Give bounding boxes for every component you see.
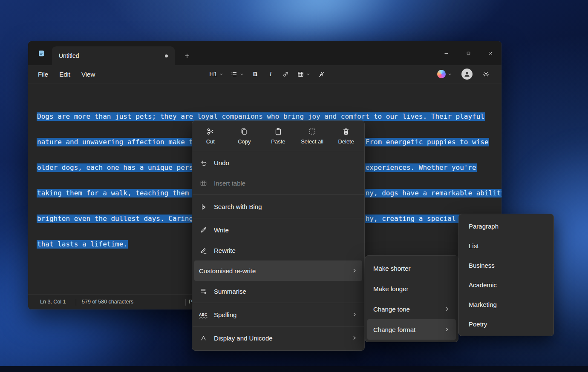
clear-formatting-button[interactable] bbox=[315, 67, 329, 81]
insert-table-button[interactable] bbox=[294, 67, 313, 81]
submenu-item-make-shorter[interactable]: Make shorter bbox=[367, 258, 456, 278]
paste-icon bbox=[274, 127, 282, 136]
unsaved-indicator-dot bbox=[165, 54, 168, 57]
chevron-down-icon bbox=[306, 72, 311, 77]
person-icon bbox=[463, 70, 471, 78]
menu-item-label: Search with Bing bbox=[214, 203, 262, 210]
format-option-poetry[interactable]: Poetry bbox=[461, 314, 551, 334]
select-all-button[interactable]: Select all bbox=[295, 124, 329, 148]
delete-button[interactable]: Delete bbox=[329, 124, 363, 148]
change-format-submenu: Paragraph List Business Academic Marketi… bbox=[458, 214, 554, 336]
menu-item-rewrite[interactable]: Rewrite bbox=[194, 240, 362, 260]
menu-item-write[interactable]: Write bbox=[194, 220, 362, 240]
select-all-icon bbox=[308, 127, 317, 136]
insert-link-button[interactable] bbox=[279, 67, 293, 81]
close-button[interactable] bbox=[479, 41, 502, 65]
menu-toolbar: File Edit View H1 B I bbox=[28, 65, 502, 83]
toolbar-right-group bbox=[435, 67, 493, 81]
pencil-icon bbox=[199, 226, 208, 234]
account-avatar[interactable] bbox=[461, 69, 473, 80]
bullet-list-icon bbox=[231, 71, 238, 78]
italic-button[interactable]: I bbox=[264, 67, 277, 81]
chevron-down-icon bbox=[219, 72, 224, 77]
format-option-business[interactable]: Business bbox=[461, 255, 551, 275]
submenu-item-change-tone[interactable]: Change tone bbox=[367, 299, 456, 319]
cut-button[interactable]: Cut bbox=[193, 124, 228, 148]
menu-item-label: Spelling bbox=[214, 311, 236, 318]
menu-item-search-with-bing[interactable]: Search with Bing bbox=[194, 196, 362, 217]
bold-button[interactable]: B bbox=[248, 67, 262, 81]
spellcheck-icon: ABC bbox=[199, 310, 208, 319]
summarise-icon bbox=[199, 287, 208, 295]
menu-item-label: Write bbox=[214, 226, 229, 234]
chevron-down-icon bbox=[447, 72, 452, 77]
menu-item-display-and-unicode[interactable]: Display and Unicode bbox=[194, 328, 362, 348]
bold-label: B bbox=[253, 71, 257, 77]
heading-style-button[interactable]: H1 bbox=[207, 67, 226, 81]
chevron-right-icon bbox=[352, 335, 357, 341]
submenu-item-change-format[interactable]: Change format bbox=[367, 319, 456, 340]
table-icon bbox=[297, 71, 304, 78]
plus-icon bbox=[184, 52, 190, 59]
menu-item-label: Business bbox=[469, 262, 495, 269]
format-option-academic[interactable]: Academic bbox=[461, 275, 551, 295]
chevron-down-icon bbox=[239, 72, 244, 77]
status-divider bbox=[185, 299, 186, 306]
menu-divider bbox=[193, 195, 364, 195]
menu-item-label: Summarise bbox=[214, 288, 246, 295]
caret-icon bbox=[199, 334, 208, 342]
copilot-button[interactable] bbox=[435, 67, 455, 81]
maximize-icon bbox=[466, 51, 471, 56]
menu-item-label: Rewrite bbox=[214, 247, 236, 254]
chevron-right-icon bbox=[444, 326, 450, 332]
quick-action-label: Delete bbox=[338, 138, 354, 145]
menu-item-label: Customised re-write bbox=[199, 267, 256, 275]
menu-item-label: Make longer bbox=[373, 285, 409, 292]
menu-view[interactable]: View bbox=[76, 68, 101, 81]
chevron-right-icon bbox=[444, 306, 450, 312]
menu-divider bbox=[193, 218, 364, 218]
quick-actions-row: Cut Copy Paste bbox=[192, 123, 364, 149]
menu-divider bbox=[193, 326, 364, 326]
selected-text: that lasts a lifetime. bbox=[37, 240, 128, 249]
maximize-button[interactable] bbox=[457, 41, 479, 65]
menu-edit[interactable]: Edit bbox=[54, 68, 76, 81]
menu-item-label: Paragraph bbox=[469, 223, 499, 230]
format-option-paragraph[interactable]: Paragraph bbox=[461, 216, 551, 236]
chevron-right-icon bbox=[352, 312, 357, 318]
menu-item-label: Make shorter bbox=[373, 265, 411, 272]
format-option-marketing[interactable]: Marketing bbox=[461, 295, 551, 314]
link-icon bbox=[282, 71, 289, 78]
notepad-app-icon bbox=[37, 49, 45, 57]
tab-untitled[interactable]: Untitled bbox=[52, 46, 175, 65]
paste-button[interactable]: Paste bbox=[261, 124, 295, 148]
menu-item-label: Change tone bbox=[373, 306, 410, 313]
clear-formatting-icon bbox=[318, 71, 325, 78]
list-style-button[interactable] bbox=[228, 67, 247, 81]
menu-divider bbox=[193, 303, 364, 303]
close-icon bbox=[488, 51, 493, 56]
menu-item-spelling[interactable]: ABC Spelling bbox=[194, 304, 362, 325]
menu-file[interactable]: File bbox=[32, 68, 54, 81]
status-divider bbox=[76, 299, 76, 306]
menu-item-label: Academic bbox=[469, 281, 497, 289]
spellcheck-abc-text: ABC bbox=[199, 312, 207, 317]
heading-label: H1 bbox=[209, 71, 217, 77]
menu-item-label: List bbox=[469, 242, 478, 249]
quick-action-label: Select all bbox=[301, 138, 323, 145]
menu-item-summarise[interactable]: Summarise bbox=[194, 281, 362, 301]
menu-item-undo[interactable]: Undo bbox=[194, 152, 362, 173]
submenu-item-make-longer[interactable]: Make longer bbox=[367, 278, 456, 299]
minimize-button[interactable] bbox=[435, 41, 457, 65]
menu-item-label: Change format bbox=[373, 326, 415, 333]
settings-button[interactable] bbox=[479, 67, 493, 81]
undo-icon bbox=[199, 158, 208, 167]
menu-item-label: Undo bbox=[214, 159, 229, 166]
copy-button[interactable]: Copy bbox=[228, 124, 262, 148]
menu-item-customised-rewrite[interactable]: Customised re-write bbox=[194, 260, 362, 281]
tab-title: Untitled bbox=[59, 52, 79, 59]
customised-rewrite-submenu: Make shorter Make longer Change tone Cha… bbox=[365, 255, 458, 342]
new-tab-button[interactable] bbox=[180, 49, 194, 63]
quick-action-label: Cut bbox=[206, 138, 215, 145]
format-option-list[interactable]: List bbox=[461, 236, 551, 255]
